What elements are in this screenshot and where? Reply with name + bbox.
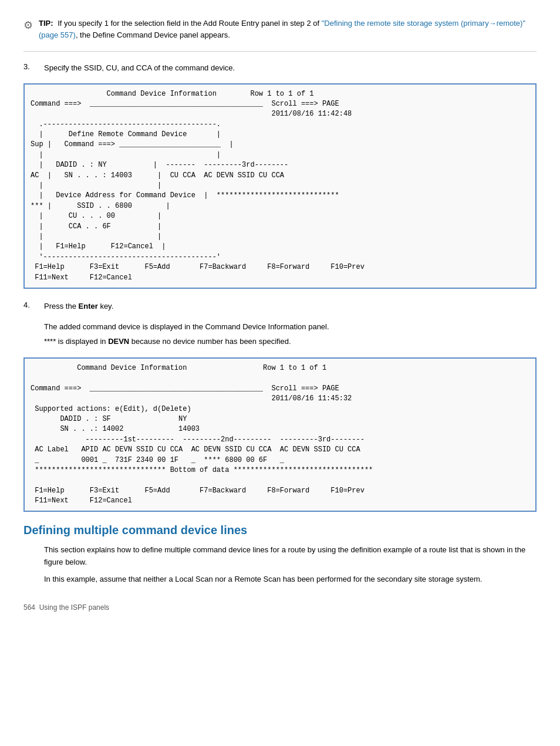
section-heading: Defining multiple command device lines	[23, 524, 537, 537]
step-3-num: 3.	[23, 62, 38, 71]
after-step-line2: **** is displayed in DEVN because no dev…	[44, 336, 537, 348]
step-3-block: 3. Specify the SSID, CU, and CCA of the …	[23, 62, 537, 74]
section-body: This section explains how to define mult…	[44, 544, 537, 585]
after-step-line2-bold: DEVN	[108, 337, 129, 346]
panel-1: Command Device Information Row 1 to 1 of…	[23, 83, 537, 289]
tip-label: TIP:	[39, 19, 53, 28]
tip-block: ⚙ TIP: If you specify 1 for the selectio…	[23, 18, 537, 52]
after-step-line2-before: **** is displayed in	[44, 337, 108, 346]
tip-text-after: , the Define Command Device panel appear…	[76, 31, 230, 39]
section-para2: In this example, assume that neither a L…	[44, 573, 537, 586]
step-4-text: Press the Enter key.	[44, 301, 113, 312]
after-step-4: The added command device is displayed in…	[44, 321, 537, 348]
tip-text: TIP: If you specify 1 for the selection …	[39, 18, 537, 40]
footer-text: Using the ISPF panels	[39, 603, 109, 612]
step-4-num: 4.	[23, 301, 38, 309]
tip-icon: ⚙	[23, 19, 33, 32]
section-para1: This section explains how to define mult…	[44, 544, 537, 569]
page-footer: 564 Using the ISPF panels	[23, 603, 537, 612]
panel-2: Command Device Information Row 1 to 1 of…	[23, 357, 537, 512]
page-number: 564	[23, 603, 35, 612]
panel-2-content: Command Device Information Row 1 to 1 of…	[31, 363, 529, 506]
after-step-line1: The added command device is displayed in…	[44, 321, 537, 333]
after-step-line2-after: because no device number has been specif…	[129, 337, 291, 346]
tip-text-before: If you specify 1 for the selection field…	[58, 19, 322, 28]
step-4-block: 4. Press the Enter key.	[23, 301, 537, 312]
step-3-text: Specify the SSID, CU, and CCA of the com…	[44, 62, 235, 74]
panel-1-content: Command Device Information Row 1 to 1 of…	[31, 89, 529, 283]
